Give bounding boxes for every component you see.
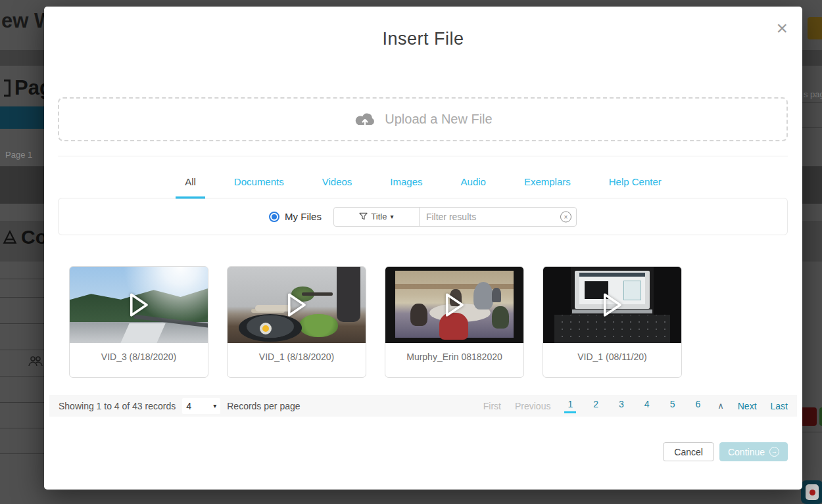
- pagination-controls: First Previous 1 2 3 4 5 6 ∧ Next Last: [483, 399, 788, 413]
- tab-images[interactable]: Images: [381, 171, 431, 199]
- pagination-last[interactable]: Last: [771, 401, 788, 411]
- pagination-bar: Showing 1 to 4 of 43 records 4 ▾ Records…: [49, 395, 797, 417]
- funnel-icon: [359, 212, 368, 221]
- pagination-page-1[interactable]: 1: [564, 399, 576, 413]
- play-icon: [127, 291, 151, 319]
- my-files-label: My Files: [285, 211, 322, 222]
- records-per-page-label: Records per page: [227, 401, 300, 411]
- file-card[interactable]: Murphy_Erin 08182020: [385, 266, 524, 378]
- file-title: VID_1 (08/11/20): [543, 343, 681, 377]
- play-icon: [443, 291, 466, 319]
- tab-documents[interactable]: Documents: [225, 171, 293, 199]
- filter-field-dropdown[interactable]: Title ▾: [334, 208, 420, 226]
- continue-label: Continue: [728, 447, 765, 457]
- filter-group: Title ▾ ×: [333, 207, 577, 227]
- pagination-page-2[interactable]: 2: [590, 399, 602, 413]
- cancel-button[interactable]: Cancel: [663, 442, 714, 461]
- records-per-page-select[interactable]: 4 ▾: [182, 398, 220, 414]
- tab-audio[interactable]: Audio: [452, 171, 495, 199]
- section-divider: [58, 156, 788, 156]
- video-thumbnail: [543, 267, 681, 343]
- file-card[interactable]: VID_1 (8/18/2020): [227, 266, 366, 378]
- pagination-page-6[interactable]: 6: [692, 399, 704, 413]
- tab-videos[interactable]: Videos: [313, 171, 362, 199]
- upload-new-file-button[interactable]: Upload a New File: [58, 97, 788, 141]
- play-icon: [600, 291, 624, 319]
- my-files-radio[interactable]: My Files: [269, 211, 322, 222]
- records-summary: Showing 1 to 4 of 43 records: [59, 401, 176, 411]
- pagination-page-3[interactable]: 3: [616, 399, 627, 413]
- arrow-right-circle-icon: →: [769, 447, 779, 457]
- file-card[interactable]: VID_1 (08/11/20): [543, 266, 682, 378]
- file-type-tabs: All Documents Videos Images Audio Exempl…: [44, 171, 802, 199]
- video-thumbnail: [385, 267, 523, 343]
- filter-field-label: Title: [371, 212, 387, 221]
- pagination-first[interactable]: First: [483, 401, 501, 411]
- play-icon: [285, 291, 308, 319]
- pagination-more-icon[interactable]: ∧: [717, 401, 724, 411]
- modal-footer: Cancel Continue →: [663, 442, 788, 461]
- pagination-summary-group: Showing 1 to 4 of 43 records 4 ▾ Records…: [59, 398, 301, 414]
- caret-down-icon: ▾: [390, 213, 393, 220]
- pagination-page-5[interactable]: 5: [667, 399, 679, 413]
- video-thumbnail: [228, 267, 366, 343]
- caret-down-icon: ▾: [213, 402, 216, 409]
- continue-button[interactable]: Continue →: [719, 442, 788, 461]
- pagination-previous[interactable]: Previous: [515, 401, 550, 411]
- tab-help-center[interactable]: Help Center: [600, 171, 671, 199]
- modal-title: Insert File: [44, 29, 802, 49]
- insert-file-modal: × Insert File Upload a New File All Docu…: [44, 7, 802, 490]
- video-thumbnail: [70, 267, 208, 343]
- upload-label: Upload a New File: [385, 112, 492, 127]
- search-wrap: ×: [420, 208, 576, 226]
- records-per-page-value: 4: [186, 401, 191, 411]
- file-title: VID_1 (8/18/2020): [228, 343, 366, 377]
- cloud-upload-icon: [353, 111, 377, 128]
- clear-filter-icon[interactable]: ×: [560, 211, 571, 222]
- tab-exemplars[interactable]: Exemplars: [515, 171, 580, 199]
- tab-all[interactable]: All: [176, 171, 205, 199]
- file-title: VID_3 (8/18/2020): [70, 343, 208, 377]
- file-title: Murphy_Erin 08182020: [385, 343, 523, 377]
- filter-bar: My Files Title ▾ ×: [58, 198, 788, 235]
- pagination-page-4[interactable]: 4: [641, 399, 653, 413]
- filter-results-input[interactable]: [420, 208, 576, 226]
- file-card[interactable]: VID_3 (8/18/2020): [69, 266, 208, 378]
- pagination-next[interactable]: Next: [738, 401, 757, 411]
- radio-selected-icon: [269, 212, 279, 222]
- file-results-grid: VID_3 (8/18/2020) VID_1 (8/18/2020) Murp…: [69, 266, 682, 378]
